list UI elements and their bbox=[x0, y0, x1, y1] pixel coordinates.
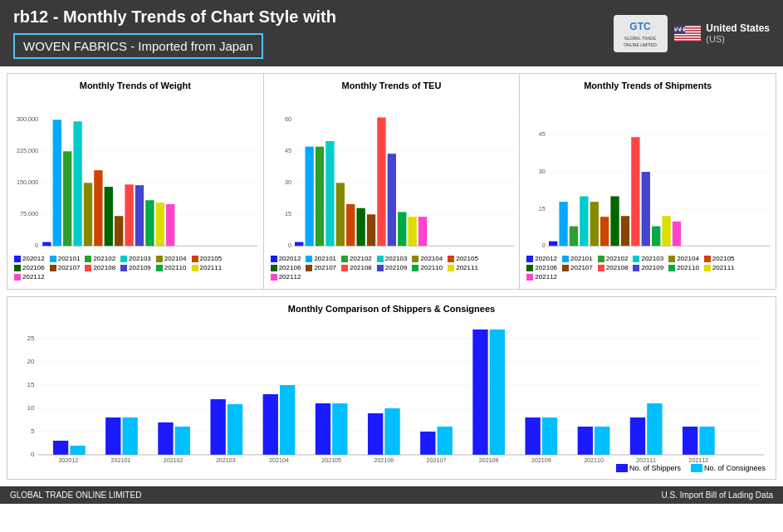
svg-rect-58 bbox=[398, 212, 406, 246]
svg-text:202104: 202104 bbox=[269, 457, 289, 462]
svg-text:GLOBAL TRADE: GLOBAL TRADE bbox=[624, 36, 657, 41]
svg-text:225,000: 225,000 bbox=[17, 149, 38, 154]
svg-text:202110: 202110 bbox=[584, 457, 604, 462]
consignees-legend-item: No. of Consignees bbox=[691, 464, 766, 472]
svg-text:★★★★: ★★★★ bbox=[674, 26, 686, 30]
svg-rect-71 bbox=[560, 202, 568, 246]
svg-text:0: 0 bbox=[288, 243, 291, 249]
shipments-chart-panel: Monthly Trends of Shipments 0 15 30 45 bbox=[520, 74, 776, 289]
svg-rect-33 bbox=[135, 185, 144, 246]
svg-rect-117 bbox=[420, 432, 435, 455]
svg-rect-48 bbox=[295, 242, 303, 246]
svg-rect-99 bbox=[105, 417, 120, 455]
gtc-logo: GTC GLOBAL TRADE ONLINE LIMITED bbox=[614, 15, 668, 52]
svg-rect-29 bbox=[94, 170, 102, 246]
svg-rect-32 bbox=[125, 184, 133, 246]
teu-legend: 202012 202101 202102 202103 202104 20210… bbox=[267, 253, 516, 282]
svg-text:30: 30 bbox=[539, 168, 546, 174]
country-name: United States (US) bbox=[706, 22, 770, 44]
svg-rect-52 bbox=[335, 183, 344, 246]
svg-rect-56 bbox=[377, 118, 385, 246]
shipments-legend: 202012 202101 202102 202103 202104 20210… bbox=[523, 253, 772, 282]
svg-rect-120 bbox=[472, 329, 487, 455]
svg-text:20: 20 bbox=[27, 358, 35, 365]
shippers-legend-label: No. of Shippers bbox=[629, 464, 681, 472]
svg-rect-121 bbox=[490, 329, 505, 455]
svg-rect-127 bbox=[595, 427, 609, 455]
svg-rect-53 bbox=[346, 204, 355, 246]
svg-text:5: 5 bbox=[31, 427, 35, 435]
svg-rect-55 bbox=[367, 214, 375, 246]
country-info: ★★★ ★★★★ United States (US) bbox=[674, 22, 770, 44]
svg-rect-130 bbox=[647, 403, 662, 455]
svg-text:15: 15 bbox=[27, 381, 35, 388]
svg-text:75,000: 75,000 bbox=[20, 212, 38, 217]
svg-text:300,000: 300,000 bbox=[17, 117, 38, 123]
page-title: rb12 - Monthly Trends of Chart Style wit… bbox=[13, 7, 614, 27]
weight-legend: 202012 202101 202102 202103 202104 20210… bbox=[11, 253, 260, 282]
svg-rect-109 bbox=[280, 385, 295, 455]
svg-rect-106 bbox=[228, 404, 242, 455]
weight-chart-title: Monthly Trends of Weight bbox=[11, 81, 260, 90]
svg-rect-54 bbox=[356, 208, 365, 246]
header-right: GTC GLOBAL TRADE ONLINE LIMITED ★★★ ★★★★… bbox=[614, 15, 770, 52]
svg-rect-77 bbox=[621, 216, 629, 246]
teu-chart-area: 0 15 30 45 60 bbox=[267, 94, 516, 251]
svg-rect-57 bbox=[387, 154, 395, 246]
svg-text:202105: 202105 bbox=[321, 457, 341, 462]
us-flag-icon: ★★★ ★★★★ bbox=[674, 25, 701, 41]
svg-text:45: 45 bbox=[539, 132, 546, 138]
teu-chart-panel: Monthly Trends of TEU 0 15 30 45 60 bbox=[264, 74, 521, 289]
svg-rect-97 bbox=[70, 446, 85, 455]
svg-rect-10 bbox=[674, 39, 701, 41]
svg-rect-105 bbox=[210, 399, 225, 455]
svg-rect-118 bbox=[438, 427, 453, 455]
svg-text:202012: 202012 bbox=[58, 457, 78, 462]
svg-text:0: 0 bbox=[35, 243, 38, 249]
svg-rect-123 bbox=[525, 417, 540, 455]
svg-rect-26 bbox=[63, 151, 71, 246]
shipments-chart-title: Monthly Trends of Shipments bbox=[523, 81, 772, 90]
svg-rect-30 bbox=[105, 187, 113, 246]
bottom-legend: No. of Shippers No. of Consignees bbox=[11, 464, 772, 472]
svg-text:202106: 202106 bbox=[374, 457, 394, 462]
svg-text:202103: 202103 bbox=[216, 457, 236, 462]
svg-rect-60 bbox=[418, 217, 427, 246]
svg-rect-27 bbox=[73, 121, 81, 246]
svg-text:202108: 202108 bbox=[479, 457, 499, 462]
svg-text:202101: 202101 bbox=[111, 457, 131, 462]
bottom-chart-area: 0 5 10 15 20 25 202012 202101 bbox=[11, 317, 772, 462]
top-charts-container: Monthly Trends of Weight 0 75,000 150,00… bbox=[7, 73, 776, 290]
footer: GLOBAL TRADE ONLINE LIMITED U.S. Import … bbox=[0, 486, 783, 504]
svg-rect-24 bbox=[42, 242, 51, 246]
svg-rect-111 bbox=[316, 403, 330, 455]
consignees-legend-color bbox=[691, 464, 702, 472]
svg-rect-126 bbox=[578, 427, 593, 455]
svg-text:ONLINE LIMITED: ONLINE LIMITED bbox=[624, 42, 657, 47]
svg-text:202107: 202107 bbox=[427, 457, 447, 462]
svg-text:45: 45 bbox=[285, 149, 291, 154]
bottom-chart-title: Monthly Comparison of Shippers & Consign… bbox=[11, 304, 772, 314]
header-left: rb12 - Monthly Trends of Chart Style wit… bbox=[13, 7, 614, 59]
svg-rect-124 bbox=[542, 417, 557, 455]
weight-chart-svg: 0 75,000 150,000 225,000 300,000 bbox=[11, 94, 260, 251]
footer-left: GLOBAL TRADE ONLINE LIMITED bbox=[10, 491, 141, 500]
svg-text:15: 15 bbox=[285, 212, 291, 217]
header: rb12 - Monthly Trends of Chart Style wit… bbox=[0, 0, 783, 66]
teu-chart-title: Monthly Trends of TEU bbox=[267, 81, 516, 90]
svg-text:15: 15 bbox=[539, 206, 546, 212]
svg-rect-114 bbox=[368, 413, 383, 455]
svg-rect-25 bbox=[53, 120, 61, 246]
svg-text:30: 30 bbox=[285, 180, 291, 186]
weight-chart-area: 0 75,000 150,000 225,000 300,000 bbox=[11, 94, 260, 251]
svg-rect-34 bbox=[145, 200, 154, 246]
svg-rect-70 bbox=[549, 242, 557, 246]
svg-rect-80 bbox=[652, 227, 660, 246]
svg-rect-96 bbox=[53, 441, 68, 455]
svg-rect-132 bbox=[683, 427, 697, 455]
bottom-chart-svg: 0 5 10 15 20 25 202012 202101 bbox=[11, 317, 772, 462]
svg-rect-8 bbox=[674, 34, 701, 36]
svg-text:10: 10 bbox=[27, 404, 35, 412]
svg-rect-31 bbox=[115, 216, 123, 246]
svg-rect-129 bbox=[630, 417, 645, 455]
